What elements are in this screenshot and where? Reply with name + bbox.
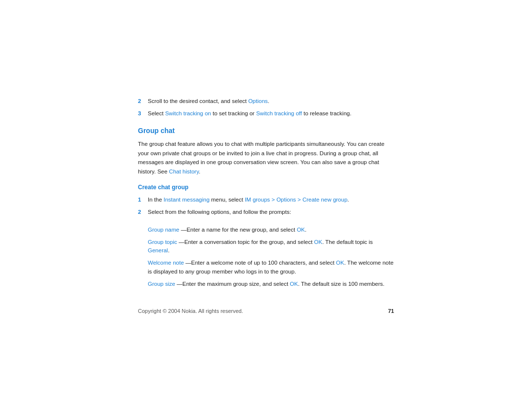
group-size-label: Group size	[148, 281, 175, 287]
step-number-2: 2	[138, 97, 148, 105]
create-step-number-1: 1	[138, 196, 148, 204]
welcome-note-text: —Enter a welcome note of up to 100 chara…	[184, 260, 336, 266]
options-container: Group name —Enter a name for the new gro…	[138, 226, 394, 289]
create-step-2: 2 Select from the following options, and…	[138, 208, 394, 216]
step-content-3: Select Switch tracking on to set trackin…	[148, 109, 394, 118]
group-topic-ok-link: OK	[314, 239, 323, 245]
step-number-3: 3	[138, 109, 148, 118]
group-name-ok-link: OK	[297, 227, 305, 233]
group-topic-label: Group topic	[148, 239, 177, 245]
group-topic-text: —Enter a conversation topic for the grou…	[177, 239, 314, 245]
create-step-number-2: 2	[138, 208, 148, 216]
step-content-2: Scroll to the desired contact, and selec…	[148, 97, 394, 105]
group-name-label: Group name	[148, 227, 179, 233]
copyright-text: Copyright © 2004 Nokia. All rights reser…	[138, 308, 243, 314]
instant-messaging-link: Instant messaging	[164, 197, 209, 203]
im-groups-options-link: IM groups > Options > Create new group	[245, 197, 347, 203]
group-size-ok-link: OK	[290, 281, 298, 287]
options-link: Options	[248, 98, 268, 104]
group-name-period: .	[305, 227, 306, 233]
page-container: 2 Scroll to the desired contact, and sel…	[138, 87, 394, 324]
chat-history-link: Chat history	[169, 169, 199, 174]
group-topic-period: .	[168, 247, 169, 253]
group-topic-text2: . The default topic is	[322, 239, 373, 245]
create-step-1: 1 In the Instant messaging menu, select …	[138, 196, 394, 204]
group-topic-option: Group topic —Enter a conversation topic …	[148, 238, 394, 255]
step-item-3: 3 Select Switch tracking on to set track…	[138, 109, 394, 118]
welcome-note-option: Welcome note —Enter a welcome note of up…	[148, 259, 394, 276]
switch-tracking-off-link: Switch tracking off	[256, 110, 302, 116]
create-steps-list: 1 In the Instant messaging menu, select …	[138, 196, 394, 217]
group-chat-title: Group chat	[138, 127, 394, 135]
group-size-text2: . The default size is 100 members.	[298, 281, 385, 287]
create-step-content-2: Select from the following options, and f…	[148, 208, 394, 216]
welcome-note-label: Welcome note	[148, 260, 184, 266]
page-footer: Copyright © 2004 Nokia. All rights reser…	[138, 308, 394, 314]
create-step-content-1: In the Instant messaging menu, select IM…	[148, 196, 394, 204]
general-link: General	[148, 247, 168, 253]
group-name-text: —Enter a name for the new group, and sel…	[179, 227, 297, 233]
top-steps-list: 2 Scroll to the desired contact, and sel…	[138, 97, 394, 118]
group-size-option: Group size —Enter the maximum group size…	[148, 280, 394, 288]
page-number: 71	[388, 308, 394, 314]
group-name-option: Group name —Enter a name for the new gro…	[148, 226, 394, 234]
create-chat-group-title: Create chat group	[138, 184, 394, 191]
switch-tracking-on-link: Switch tracking on	[165, 110, 211, 116]
welcome-note-ok-link: OK	[336, 260, 344, 266]
step-item-2: 2 Scroll to the desired contact, and sel…	[138, 97, 394, 105]
group-size-text: —Enter the maximum group size, and selec…	[175, 281, 290, 287]
group-chat-body: The group chat feature allows you to cha…	[138, 139, 394, 176]
